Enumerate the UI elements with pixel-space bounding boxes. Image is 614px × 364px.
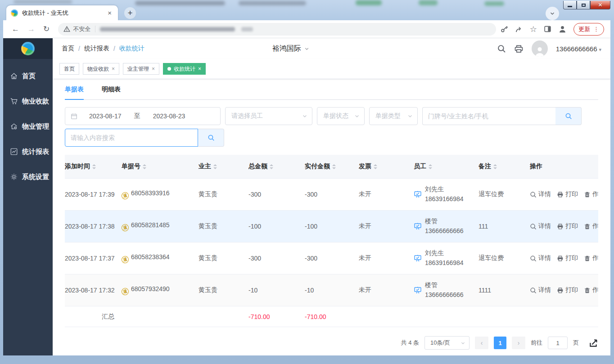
page-number-button[interactable]: 1 bbox=[494, 337, 506, 349]
col-header[interactable]: 单据号 bbox=[122, 162, 199, 171]
app-logo[interactable] bbox=[3, 38, 53, 59]
reload-button[interactable]: ↻ bbox=[39, 24, 54, 34]
trash-icon bbox=[584, 287, 591, 294]
tab-bill-table[interactable]: 单据表 bbox=[65, 85, 84, 99]
side-panel-icon[interactable] bbox=[544, 25, 551, 33]
sidebar-item-reports[interactable]: 统计报表 bbox=[3, 139, 53, 164]
col-header[interactable]: 备注 bbox=[479, 162, 530, 171]
bill-status-select[interactable]: 单据状态 bbox=[317, 107, 365, 125]
sidebar-item-label: 统计报表 bbox=[22, 148, 49, 156]
browser-update-button[interactable]: 更新 ⋮ bbox=[573, 23, 604, 36]
user-avatar[interactable] bbox=[532, 40, 548, 57]
url-field[interactable]: 不安全 bbox=[58, 23, 496, 36]
keyword-search-button[interactable] bbox=[555, 107, 582, 125]
print-action[interactable]: 打印 bbox=[557, 286, 578, 294]
header-actions: 13666666666 ▾ bbox=[497, 40, 601, 57]
goto-page-input[interactable] bbox=[548, 337, 568, 349]
void-action[interactable]: 作废 bbox=[584, 222, 598, 230]
close-button[interactable]: ✕ bbox=[590, 1, 610, 9]
col-header[interactable]: 实付金额 bbox=[305, 162, 359, 171]
header-print-icon[interactable] bbox=[514, 44, 524, 54]
sidebar-item-settings[interactable]: 系统设置 bbox=[3, 164, 53, 189]
tab-search-button[interactable] bbox=[546, 7, 559, 20]
tag-property-payment[interactable]: 物业收款 × bbox=[83, 63, 119, 75]
col-header[interactable]: 业主 bbox=[199, 162, 248, 171]
content-search-input[interactable] bbox=[65, 129, 198, 147]
sidebar-item-home[interactable]: 首页 bbox=[3, 63, 53, 89]
user-menu[interactable]: 13666666666 ▾ bbox=[556, 45, 601, 53]
breadcrumb-home[interactable]: 首页 bbox=[62, 45, 74, 53]
void-action[interactable]: 作废 bbox=[584, 254, 598, 262]
export-icon[interactable] bbox=[589, 338, 598, 348]
tag-close-icon[interactable]: × bbox=[152, 66, 155, 72]
sort-icon[interactable] bbox=[270, 164, 273, 169]
sidebar-item-property-mgmt[interactable]: 物业管理 bbox=[3, 114, 53, 139]
employee-select[interactable]: 请选择员工 bbox=[225, 107, 312, 125]
prev-page-button[interactable]: ‹ bbox=[475, 337, 488, 349]
detail-action[interactable]: 详情 bbox=[530, 190, 551, 198]
tag-close-icon[interactable]: × bbox=[112, 66, 115, 72]
page-size-select[interactable]: 10条/页 bbox=[424, 336, 470, 350]
tag-payment-stats[interactable]: 收款统计 × bbox=[163, 63, 206, 75]
browser-menu-icon[interactable]: ⋮ bbox=[593, 26, 599, 32]
breadcrumb-reports[interactable]: 统计报表 bbox=[84, 45, 109, 53]
glass-reflection bbox=[239, 1, 306, 5]
detail-action[interactable]: 详情 bbox=[530, 222, 551, 230]
back-button[interactable]: ← bbox=[8, 25, 23, 34]
password-key-icon[interactable] bbox=[501, 25, 508, 33]
summary-row: 汇总 -710.00 -710.00 bbox=[65, 306, 598, 327]
employee-board-icon bbox=[414, 286, 422, 294]
glass-reflection bbox=[484, 1, 504, 6]
sort-icon[interactable] bbox=[374, 164, 377, 169]
minimize-button[interactable] bbox=[563, 1, 577, 9]
pagination: 共 4 条 10条/页 ‹ 1 › 前往 页 bbox=[65, 336, 598, 350]
tag-close-icon[interactable]: × bbox=[198, 66, 201, 72]
glass-reflection bbox=[14, 0, 72, 4]
printer-icon bbox=[557, 223, 564, 230]
col-header[interactable]: 发票 bbox=[359, 162, 414, 171]
project-name: 裕鸿国际 bbox=[272, 44, 301, 54]
sort-icon[interactable] bbox=[429, 164, 432, 169]
goto-label: 前往 bbox=[531, 339, 542, 347]
detail-action[interactable]: 详情 bbox=[530, 286, 551, 294]
void-action[interactable]: 作废 bbox=[584, 190, 598, 198]
maximize-button[interactable] bbox=[577, 1, 590, 9]
forward-button[interactable]: → bbox=[23, 25, 39, 34]
detail-action[interactable]: 详情 bbox=[530, 254, 551, 262]
sort-icon[interactable] bbox=[213, 164, 217, 169]
print-action[interactable]: 打印 bbox=[557, 222, 578, 230]
print-action[interactable]: 打印 bbox=[557, 254, 578, 262]
col-header[interactable]: 总金额 bbox=[248, 162, 305, 171]
sort-icon[interactable] bbox=[493, 164, 497, 169]
browser-tab[interactable]: 收款统计 - 业无忧 × bbox=[6, 5, 118, 20]
tag-owner-mgmt[interactable]: 业主管理 × bbox=[123, 63, 159, 75]
next-page-button[interactable]: › bbox=[512, 337, 525, 349]
sidebar-item-property-payment[interactable]: 物业收款 bbox=[3, 89, 53, 114]
browser-profile-icon[interactable] bbox=[558, 25, 567, 33]
cell-total: -10 bbox=[248, 287, 305, 294]
col-header[interactable]: 添加时间 bbox=[65, 162, 122, 171]
employee-name: 刘先生 bbox=[425, 184, 464, 194]
sort-icon[interactable] bbox=[92, 164, 96, 169]
tab-detail-table[interactable]: 明细表 bbox=[102, 85, 121, 99]
date-range-picker[interactable]: 2023-08-17 至 2023-08-23 bbox=[65, 107, 221, 125]
sort-icon[interactable] bbox=[143, 164, 146, 169]
header-search-icon[interactable] bbox=[497, 44, 506, 53]
employee-phone: 13666666666 bbox=[425, 290, 464, 300]
share-icon[interactable] bbox=[515, 25, 523, 33]
cell-total: -300 bbox=[248, 191, 305, 198]
sort-icon[interactable] bbox=[332, 164, 336, 169]
col-header[interactable]: 员工 bbox=[414, 162, 479, 171]
new-tab-button[interactable]: + bbox=[124, 7, 136, 19]
bill-type-select[interactable]: 单据类型 bbox=[369, 107, 418, 125]
tab-close-icon[interactable]: × bbox=[106, 9, 113, 17]
cell-actions: 详情 打印 作废 bbox=[530, 254, 598, 262]
print-action[interactable]: 打印 bbox=[557, 190, 578, 198]
content-search-button[interactable] bbox=[198, 129, 224, 147]
person-icon bbox=[534, 46, 546, 57]
void-action[interactable]: 作废 bbox=[584, 286, 598, 294]
project-selector[interactable]: 裕鸿国际 bbox=[272, 44, 310, 54]
keyword-input[interactable] bbox=[422, 107, 555, 125]
tag-home[interactable]: 首页 bbox=[59, 63, 79, 75]
bookmark-star-icon[interactable]: ☆ bbox=[530, 25, 537, 33]
